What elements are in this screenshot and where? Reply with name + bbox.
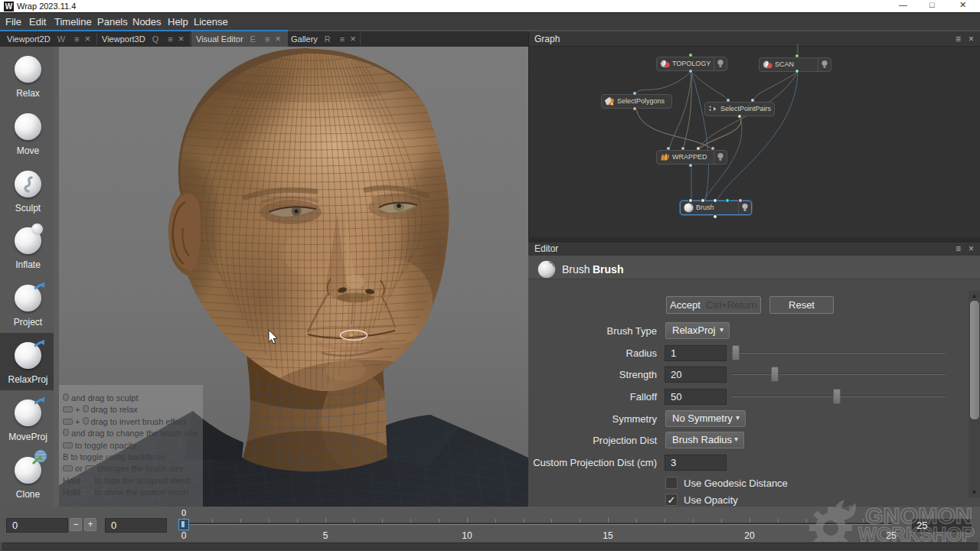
- svg-text:THE: THE: [848, 504, 855, 517]
